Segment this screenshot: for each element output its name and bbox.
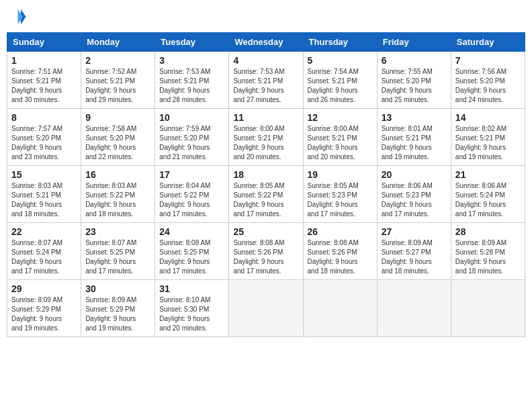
- day-info: Sunrise: 8:06 AM Sunset: 5:24 PM Dayligh…: [455, 181, 521, 219]
- day-number: 11: [233, 112, 298, 123]
- day-info: Sunrise: 8:07 AM Sunset: 5:24 PM Dayligh…: [11, 238, 77, 276]
- day-info: Sunrise: 7:59 AM Sunset: 5:20 PM Dayligh…: [159, 124, 224, 162]
- week-row-3: 15Sunrise: 8:03 AM Sunset: 5:21 PM Dayli…: [7, 166, 525, 223]
- day-cell: 2Sunrise: 7:52 AM Sunset: 5:21 PM Daylig…: [81, 52, 155, 109]
- logo: [7, 7, 30, 27]
- col-header-sunday: Sunday: [7, 33, 81, 52]
- day-cell: 15Sunrise: 8:03 AM Sunset: 5:21 PM Dayli…: [7, 166, 81, 223]
- day-cell: 1Sunrise: 7:51 AM Sunset: 5:21 PM Daylig…: [7, 52, 81, 109]
- day-info: Sunrise: 8:02 AM Sunset: 5:21 PM Dayligh…: [455, 124, 521, 162]
- col-header-monday: Monday: [81, 33, 155, 52]
- day-cell: 26Sunrise: 8:08 AM Sunset: 5:26 PM Dayli…: [303, 223, 377, 280]
- day-info: Sunrise: 8:08 AM Sunset: 5:26 PM Dayligh…: [308, 238, 373, 276]
- day-cell: [451, 280, 525, 337]
- day-cell: [377, 280, 451, 337]
- day-cell: 14Sunrise: 8:02 AM Sunset: 5:21 PM Dayli…: [451, 109, 525, 166]
- day-number: 25: [233, 226, 298, 237]
- day-cell: 21Sunrise: 8:06 AM Sunset: 5:24 PM Dayli…: [451, 166, 525, 223]
- day-number: 7: [455, 55, 521, 66]
- day-number: 4: [233, 55, 298, 66]
- day-number: 28: [455, 226, 521, 237]
- day-cell: 27Sunrise: 8:09 AM Sunset: 5:27 PM Dayli…: [377, 223, 451, 280]
- day-number: 24: [159, 226, 224, 237]
- day-number: 5: [308, 55, 373, 66]
- day-cell: 20Sunrise: 8:06 AM Sunset: 5:23 PM Dayli…: [377, 166, 451, 223]
- day-cell: 7Sunrise: 7:56 AM Sunset: 5:20 PM Daylig…: [451, 52, 525, 109]
- logo-icon: [7, 7, 27, 27]
- day-cell: 16Sunrise: 8:03 AM Sunset: 5:22 PM Dayli…: [81, 166, 155, 223]
- col-header-friday: Friday: [377, 33, 451, 52]
- day-info: Sunrise: 7:54 AM Sunset: 5:21 PM Dayligh…: [308, 67, 373, 105]
- week-row-5: 29Sunrise: 8:09 AM Sunset: 5:29 PM Dayli…: [7, 280, 525, 337]
- header-row: SundayMondayTuesdayWednesdayThursdayFrid…: [7, 33, 525, 52]
- day-info: Sunrise: 8:03 AM Sunset: 5:22 PM Dayligh…: [85, 181, 150, 219]
- day-info: Sunrise: 7:55 AM Sunset: 5:20 PM Dayligh…: [382, 67, 447, 105]
- day-cell: 6Sunrise: 7:55 AM Sunset: 5:20 PM Daylig…: [377, 52, 451, 109]
- day-number: 22: [11, 226, 77, 237]
- day-number: 30: [85, 283, 150, 294]
- day-info: Sunrise: 8:05 AM Sunset: 5:23 PM Dayligh…: [308, 181, 373, 219]
- day-cell: 31Sunrise: 8:10 AM Sunset: 5:30 PM Dayli…: [155, 280, 229, 337]
- page-header: [7, 7, 525, 27]
- day-number: 3: [159, 55, 224, 66]
- day-info: Sunrise: 8:04 AM Sunset: 5:22 PM Dayligh…: [159, 181, 224, 219]
- day-number: 18: [233, 169, 298, 180]
- day-info: Sunrise: 8:09 AM Sunset: 5:27 PM Dayligh…: [382, 238, 447, 276]
- day-number: 12: [308, 112, 373, 123]
- day-number: 9: [85, 112, 150, 123]
- day-cell: [229, 280, 303, 337]
- day-cell: 25Sunrise: 8:08 AM Sunset: 5:26 PM Dayli…: [229, 223, 303, 280]
- day-number: 13: [382, 112, 447, 123]
- day-number: 27: [382, 226, 447, 237]
- day-info: Sunrise: 8:09 AM Sunset: 5:28 PM Dayligh…: [455, 238, 521, 276]
- day-cell: [303, 280, 377, 337]
- day-number: 15: [11, 169, 77, 180]
- day-cell: 18Sunrise: 8:05 AM Sunset: 5:22 PM Dayli…: [229, 166, 303, 223]
- day-info: Sunrise: 7:57 AM Sunset: 5:20 PM Dayligh…: [11, 124, 77, 162]
- col-header-tuesday: Tuesday: [155, 33, 229, 52]
- day-cell: 29Sunrise: 8:09 AM Sunset: 5:29 PM Dayli…: [7, 280, 81, 337]
- day-number: 6: [382, 55, 447, 66]
- day-cell: 5Sunrise: 7:54 AM Sunset: 5:21 PM Daylig…: [303, 52, 377, 109]
- week-row-2: 8Sunrise: 7:57 AM Sunset: 5:20 PM Daylig…: [7, 109, 525, 166]
- day-number: 2: [85, 55, 150, 66]
- day-cell: 9Sunrise: 7:58 AM Sunset: 5:20 PM Daylig…: [81, 109, 155, 166]
- day-number: 19: [308, 169, 373, 180]
- day-info: Sunrise: 7:51 AM Sunset: 5:21 PM Dayligh…: [11, 67, 77, 105]
- day-info: Sunrise: 8:03 AM Sunset: 5:21 PM Dayligh…: [11, 181, 77, 219]
- day-info: Sunrise: 7:53 AM Sunset: 5:21 PM Dayligh…: [159, 67, 224, 105]
- day-cell: 30Sunrise: 8:09 AM Sunset: 5:29 PM Dayli…: [81, 280, 155, 337]
- day-cell: 8Sunrise: 7:57 AM Sunset: 5:20 PM Daylig…: [7, 109, 81, 166]
- day-number: 16: [85, 169, 150, 180]
- day-cell: 4Sunrise: 7:53 AM Sunset: 5:21 PM Daylig…: [229, 52, 303, 109]
- col-header-saturday: Saturday: [451, 33, 525, 52]
- calendar: SundayMondayTuesdayWednesdayThursdayFrid…: [7, 32, 525, 337]
- day-cell: 10Sunrise: 7:59 AM Sunset: 5:20 PM Dayli…: [155, 109, 229, 166]
- day-info: Sunrise: 8:08 AM Sunset: 5:26 PM Dayligh…: [233, 238, 298, 276]
- day-info: Sunrise: 8:09 AM Sunset: 5:29 PM Dayligh…: [85, 295, 150, 333]
- day-info: Sunrise: 8:08 AM Sunset: 5:25 PM Dayligh…: [159, 238, 224, 276]
- day-info: Sunrise: 8:05 AM Sunset: 5:22 PM Dayligh…: [233, 181, 298, 219]
- day-cell: 22Sunrise: 8:07 AM Sunset: 5:24 PM Dayli…: [7, 223, 81, 280]
- day-cell: 28Sunrise: 8:09 AM Sunset: 5:28 PM Dayli…: [451, 223, 525, 280]
- day-info: Sunrise: 8:06 AM Sunset: 5:23 PM Dayligh…: [382, 181, 447, 219]
- day-number: 1: [11, 55, 77, 66]
- day-number: 8: [11, 112, 77, 123]
- day-cell: 11Sunrise: 8:00 AM Sunset: 5:21 PM Dayli…: [229, 109, 303, 166]
- day-cell: 3Sunrise: 7:53 AM Sunset: 5:21 PM Daylig…: [155, 52, 229, 109]
- day-number: 20: [382, 169, 447, 180]
- day-info: Sunrise: 8:01 AM Sunset: 5:21 PM Dayligh…: [382, 124, 447, 162]
- day-number: 10: [159, 112, 224, 123]
- day-info: Sunrise: 8:09 AM Sunset: 5:29 PM Dayligh…: [11, 295, 77, 333]
- day-cell: 24Sunrise: 8:08 AM Sunset: 5:25 PM Dayli…: [155, 223, 229, 280]
- day-info: Sunrise: 7:56 AM Sunset: 5:20 PM Dayligh…: [455, 67, 521, 105]
- col-header-thursday: Thursday: [303, 33, 377, 52]
- day-number: 23: [85, 226, 150, 237]
- week-row-1: 1Sunrise: 7:51 AM Sunset: 5:21 PM Daylig…: [7, 52, 525, 109]
- week-row-4: 22Sunrise: 8:07 AM Sunset: 5:24 PM Dayli…: [7, 223, 525, 280]
- day-number: 26: [308, 226, 373, 237]
- day-info: Sunrise: 7:58 AM Sunset: 5:20 PM Dayligh…: [85, 124, 150, 162]
- day-number: 31: [159, 283, 224, 294]
- day-info: Sunrise: 7:52 AM Sunset: 5:21 PM Dayligh…: [85, 67, 150, 105]
- day-cell: 19Sunrise: 8:05 AM Sunset: 5:23 PM Dayli…: [303, 166, 377, 223]
